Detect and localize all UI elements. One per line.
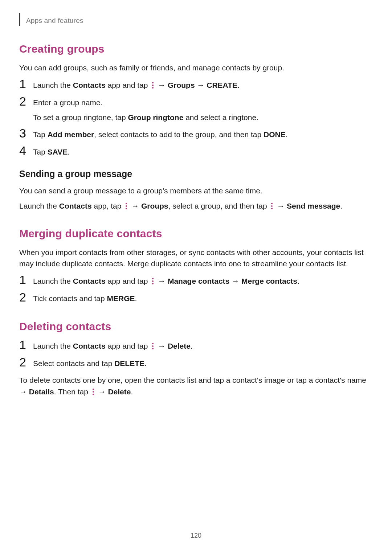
text-bold: Add member (48, 130, 94, 139)
text-run: Tick contacts and tap (33, 294, 107, 303)
svg-point-11 (152, 283, 154, 284)
text-bold: Group ringtone (128, 113, 184, 122)
svg-point-2 (152, 87, 154, 89)
list-item: 2 Enter a group name. To set a group rin… (19, 97, 368, 123)
document-page: Apps and features Creating groups You ca… (0, 0, 392, 554)
text-run: . (286, 130, 288, 139)
text-run: Launch the (33, 277, 73, 285)
text-run: . (144, 359, 147, 368)
text-run: Enter a group name. (33, 98, 102, 107)
step-text: Tap SAVE. (33, 146, 70, 158)
text-run: Launch the (33, 342, 73, 350)
page-number: 120 (0, 532, 392, 539)
svg-point-5 (126, 208, 127, 209)
text-bold: Merge contacts (241, 277, 297, 285)
section-title-deleting: Deleting contacts (19, 320, 368, 333)
text-bold: Groups (141, 202, 168, 210)
step-number: 1 (19, 78, 32, 90)
svg-point-1 (152, 85, 154, 86)
svg-point-16 (93, 391, 94, 393)
text-run: and select a ringtone. (183, 113, 258, 122)
paragraph: Launch the Contacts app, tap → Groups, s… (19, 200, 368, 212)
svg-point-17 (93, 394, 94, 395)
text-run: app and tap (106, 81, 150, 89)
text-bold: Delete (108, 387, 131, 396)
svg-point-13 (152, 345, 154, 347)
list-item: 1 Launch the Contacts app and tap → Dele… (19, 340, 368, 352)
text-run: . (68, 148, 70, 156)
text-run: , select a group, and then tap (168, 202, 269, 210)
arrow-glyph: → (96, 387, 108, 396)
more-options-icon (151, 278, 155, 285)
arrow-glyph: → (156, 277, 168, 285)
svg-point-4 (126, 205, 127, 207)
header-accent-bar (19, 13, 20, 26)
text-run: . (191, 342, 193, 350)
text-bold: Contacts (73, 81, 106, 89)
intro-text: You can add groups, such as family or fr… (19, 62, 368, 73)
more-options-icon (124, 202, 128, 210)
text-run: . Then tap (54, 387, 90, 396)
text-run: app and tap (106, 342, 150, 350)
text-bold: Details (29, 387, 54, 396)
text-run: . (237, 81, 240, 89)
list-item: 1 Launch the Contacts app and tap → Grou… (19, 79, 368, 91)
more-options-icon (270, 202, 274, 210)
text-bold: Contacts (73, 277, 106, 285)
list-item: 4 Tap SAVE. (19, 146, 368, 158)
step-number: 2 (19, 291, 32, 303)
intro-text: When you import contacts from other stor… (19, 247, 368, 269)
svg-point-10 (152, 280, 154, 282)
svg-point-6 (271, 203, 273, 204)
svg-point-8 (271, 208, 273, 209)
svg-point-9 (152, 278, 154, 279)
step-number: 2 (19, 95, 32, 107)
step-number: 2 (19, 356, 32, 368)
text-run: , select contacts to add to the group, a… (94, 130, 264, 139)
list-item: 2 Tick contacts and tap MERGE. (19, 292, 368, 305)
text-bold: Groups (168, 81, 195, 89)
steps-creating-groups: 1 Launch the Contacts app and tap → Grou… (19, 79, 368, 158)
svg-point-7 (271, 205, 273, 207)
text-bold: SAVE (48, 148, 68, 156)
text-run: . (297, 277, 299, 285)
text-bold: CREATE (207, 81, 237, 89)
text-run: Select contacts and tap (33, 359, 114, 368)
step-number: 4 (19, 144, 32, 157)
text-run: Launch the (19, 202, 59, 210)
step-text: Launch the Contacts app and tap → Groups… (33, 79, 240, 91)
more-options-icon (151, 342, 155, 350)
step-number: 3 (19, 127, 32, 139)
text-bold: DELETE (114, 359, 144, 368)
text-bold: Send message (287, 202, 340, 210)
step-number: 1 (19, 338, 32, 351)
list-item: 2 Select contacts and tap DELETE. (19, 357, 368, 370)
arrow-glyph: → (195, 81, 207, 89)
paragraph: To delete contacts one by one, open the … (19, 374, 368, 397)
text-run: . (131, 387, 133, 396)
breadcrumb: Apps and features (26, 17, 83, 25)
step-text: Tap Add member, select contacts to add t… (33, 128, 288, 141)
text-bold: MERGE (107, 294, 135, 303)
text-run: To set a group ringtone, tap (33, 113, 128, 122)
text-bold: Manage contacts (168, 277, 229, 285)
steps-merging: 1 Launch the Contacts app and tap → Mana… (19, 275, 368, 304)
text-bold: Contacts (59, 202, 92, 210)
step-text: Select contacts and tap DELETE. (33, 357, 147, 370)
text-run: . (135, 294, 137, 303)
arrow-glyph: → (129, 202, 141, 210)
step-text: Launch the Contacts app and tap → Delete… (33, 340, 193, 352)
text-run: . (340, 202, 342, 210)
step-text: Launch the Contacts app and tap → Manage… (33, 275, 299, 287)
text-bold: DONE (264, 130, 286, 139)
page-header: Apps and features (19, 15, 368, 26)
text-run: Launch the (33, 81, 73, 89)
subheading-sending-group-message: Sending a group message (19, 169, 368, 179)
arrow-glyph: → (156, 81, 168, 89)
list-item: 3 Tap Add member, select contacts to add… (19, 128, 368, 141)
steps-deleting: 1 Launch the Contacts app and tap → Dele… (19, 340, 368, 369)
more-options-icon (151, 82, 155, 89)
text-run: Tap (33, 130, 48, 139)
paragraph: You can send a group message to a group'… (19, 185, 368, 197)
text-run: Tap (33, 148, 48, 156)
